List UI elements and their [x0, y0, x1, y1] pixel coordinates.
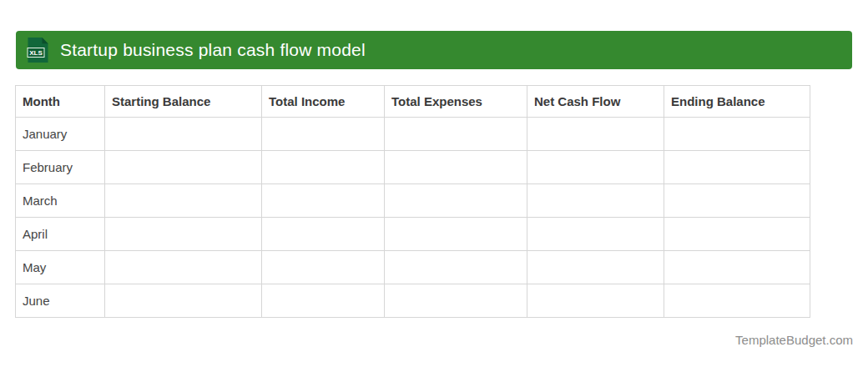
table-row-may: May: [16, 251, 810, 284]
cell-net-cash-flow: [527, 251, 664, 284]
cell-ending-balance: [664, 151, 810, 184]
column-header-ending-balance: Ending Balance: [664, 86, 810, 118]
column-header-month: Month: [16, 86, 105, 118]
column-header-total-expenses: Total Expenses: [385, 86, 527, 118]
cell-starting-balance: [105, 251, 262, 284]
cell-month: February: [16, 151, 105, 184]
cell-total-income: [262, 251, 385, 284]
cell-total-expenses: [385, 251, 527, 284]
cell-total-expenses: [385, 218, 527, 251]
cell-net-cash-flow: [527, 284, 664, 318]
cash-flow-table: Month Starting Balance Total Income Tota…: [15, 85, 810, 318]
cell-month: April: [16, 218, 105, 251]
cell-starting-balance: [105, 151, 262, 184]
cell-starting-balance: [105, 284, 262, 318]
cell-total-expenses: [385, 151, 527, 184]
template-title-bar: XLS Startup business plan cash flow mode…: [16, 31, 852, 69]
cell-ending-balance: [664, 184, 810, 218]
cell-total-income: [262, 118, 385, 151]
xls-icon-label: XLS: [29, 49, 43, 57]
column-header-net-cash-flow: Net Cash Flow: [527, 86, 664, 118]
cell-net-cash-flow: [527, 118, 664, 151]
table-row-january: January: [16, 118, 810, 151]
site-link[interactable]: TemplateBudget.com: [735, 333, 853, 347]
cell-total-income: [262, 284, 385, 318]
table-row-april: April: [16, 218, 810, 251]
cell-ending-balance: [664, 284, 810, 318]
cell-total-expenses: [385, 184, 527, 218]
cell-ending-balance: [664, 218, 810, 251]
cell-total-expenses: [385, 284, 527, 318]
table-row-june: June: [16, 284, 810, 318]
cell-total-income: [262, 218, 385, 251]
cell-ending-balance: [664, 251, 810, 284]
cell-ending-balance: [664, 118, 810, 151]
table-header-row: Month Starting Balance Total Income Tota…: [16, 86, 810, 118]
cell-month: June: [16, 284, 105, 318]
xls-file-icon: XLS: [27, 38, 48, 63]
cell-month: March: [16, 184, 105, 218]
cell-net-cash-flow: [527, 151, 664, 184]
cell-starting-balance: [105, 218, 262, 251]
cell-total-income: [262, 151, 385, 184]
cell-net-cash-flow: [527, 218, 664, 251]
cell-total-expenses: [385, 118, 527, 151]
cell-net-cash-flow: [527, 184, 664, 218]
table-row-march: March: [16, 184, 810, 218]
table-row-february: February: [16, 151, 810, 184]
cell-total-income: [262, 184, 385, 218]
cell-starting-balance: [105, 118, 262, 151]
cell-month: May: [16, 251, 105, 284]
cell-month: January: [16, 118, 105, 151]
column-header-starting-balance: Starting Balance: [105, 86, 262, 118]
page-title: Startup business plan cash flow model: [60, 40, 366, 60]
cell-starting-balance: [105, 184, 262, 218]
column-header-total-income: Total Income: [262, 86, 385, 118]
